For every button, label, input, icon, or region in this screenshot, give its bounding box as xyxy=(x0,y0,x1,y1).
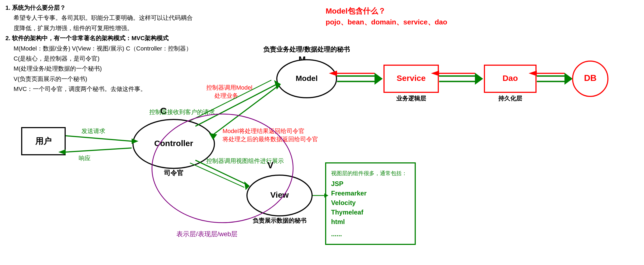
svg-point-61 xyxy=(152,114,293,223)
svg-rect-20 xyxy=(484,65,536,92)
svg-marker-72 xyxy=(324,193,328,198)
svg-marker-24 xyxy=(564,73,573,85)
svg-line-51 xyxy=(212,87,277,136)
svg-text:Model将处理结果返回给司令官: Model将处理结果返回给司令官 xyxy=(223,128,304,134)
svg-marker-19 xyxy=(431,71,439,76)
svg-text:负责展示数据的秘书: 负责展示数据的秘书 xyxy=(252,217,306,224)
svg-text:Service: Service xyxy=(397,74,426,83)
svg-text:发送请求: 发送请求 xyxy=(81,128,105,134)
svg-text:控制器调用视图组件进行展示: 控制器调用视图组件进行展示 xyxy=(206,157,284,164)
svg-text:将处理之后的最终数据返回给司令官: 将处理之后的最终数据返回给司令官 xyxy=(222,136,318,143)
svg-marker-8 xyxy=(375,73,383,85)
svg-text:C: C xyxy=(160,106,167,116)
svg-point-4 xyxy=(277,60,337,98)
line-8: MVC：一个司令官，调度两个秘书。去做这件事。 xyxy=(5,84,195,94)
svg-text:控制器调用Model: 控制器调用Model xyxy=(206,84,252,91)
svg-text:Velocity: Velocity xyxy=(331,199,356,206)
line-7: V(负责页面展示的一个秘书) xyxy=(5,74,195,84)
svg-line-37 xyxy=(66,136,132,141)
svg-marker-17 xyxy=(475,73,483,85)
svg-text:Model包含什么？: Model包含什么？ xyxy=(326,7,386,15)
svg-rect-63 xyxy=(326,163,415,244)
svg-text:负责业务处理/数据处理的秘书: 负责业务处理/数据处理的秘书 xyxy=(263,46,350,53)
svg-line-46 xyxy=(195,84,277,126)
svg-text:Controller: Controller xyxy=(154,139,193,148)
line-2: 希望专人干专事。各司其职。职能分工要明确。这样可以让代码耦合度降低，扩展力增强，… xyxy=(5,13,195,33)
svg-text:控制器接收到客户的请求: 控制器接收到客户的请求 xyxy=(149,109,215,115)
svg-marker-47 xyxy=(274,80,281,90)
line-5: C(是核心，是控制器，是司令官) xyxy=(5,53,195,64)
svg-text:Thymeleaf: Thymeleaf xyxy=(331,209,364,216)
svg-text:处理业务: 处理业务 xyxy=(214,92,238,99)
svg-text:V: V xyxy=(267,160,274,170)
svg-point-32 xyxy=(133,119,214,168)
svg-marker-59 xyxy=(244,181,250,190)
svg-marker-52 xyxy=(209,133,217,140)
svg-marker-38 xyxy=(132,138,138,144)
svg-line-58 xyxy=(195,160,247,185)
svg-text:html: html xyxy=(331,218,345,225)
svg-line-60 xyxy=(190,163,244,187)
text-block: 1. 系统为什么要分层？ 希望专人干专事。各司其职。职能分工要明确。这样可以让代… xyxy=(5,3,195,94)
svg-text:DB: DB xyxy=(584,73,597,83)
svg-text:JSP: JSP xyxy=(331,180,343,187)
page-container: 1. 系统为什么要分层？ 希望专人干专事。各司其职。职能分工要明确。这样可以让代… xyxy=(0,0,644,265)
svg-text:业务逻辑层: 业务逻辑层 xyxy=(396,95,426,102)
line-3: 2. 软件的架构中，有一个非常著名的架构模式：MVC架构模式 xyxy=(5,33,195,43)
svg-text:响应: 响应 xyxy=(79,155,91,162)
svg-text:司令官: 司令官 xyxy=(164,169,183,176)
svg-rect-35 xyxy=(22,128,65,155)
svg-text:M: M xyxy=(299,55,306,64)
line-6: M(处理业务/处理数据的一个秘书) xyxy=(5,64,195,74)
svg-rect-13 xyxy=(384,65,438,92)
svg-text:持久化层: 持久化层 xyxy=(498,95,522,102)
svg-line-40 xyxy=(66,148,132,152)
svg-text:Model: Model xyxy=(296,74,318,83)
svg-text:用户: 用户 xyxy=(35,137,52,146)
svg-marker-41 xyxy=(58,149,66,155)
svg-marker-26 xyxy=(529,71,537,76)
svg-line-48 xyxy=(190,80,271,121)
svg-text:视图层的组件很多，通常包括：: 视图层的组件很多，通常包括： xyxy=(331,170,407,176)
svg-text:......: ...... xyxy=(331,230,342,238)
svg-text:View: View xyxy=(270,190,289,199)
svg-point-55 xyxy=(247,175,312,216)
svg-point-27 xyxy=(573,61,608,96)
line-1: 1. 系统为什么要分层？ xyxy=(5,3,195,13)
svg-text:pojo、bean、domain、service、dao: pojo、bean、domain、service、dao xyxy=(326,18,447,26)
svg-text:Dao: Dao xyxy=(503,74,518,83)
svg-text:表示层/表现层/web层: 表示层/表现层/web层 xyxy=(176,230,237,238)
svg-text:Freemarker: Freemarker xyxy=(331,190,367,197)
line-4: M(Model：数据/业务) V(View：视图/展示) C（Controlle… xyxy=(5,43,195,53)
svg-marker-12 xyxy=(329,71,337,76)
